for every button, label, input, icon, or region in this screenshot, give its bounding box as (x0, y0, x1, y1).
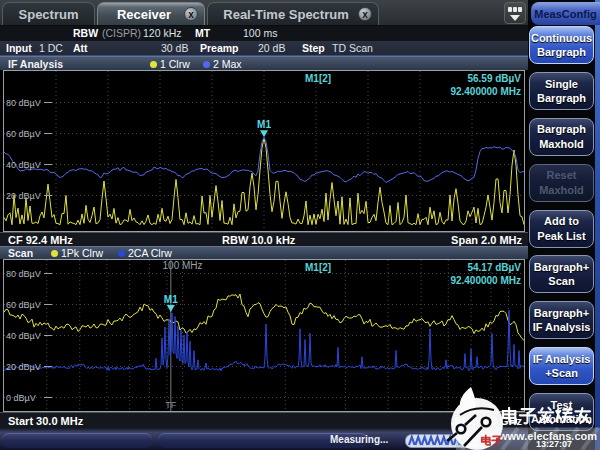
softkey-if-analysis-+scan[interactable]: IF Analysis+Scan (529, 347, 594, 385)
measuring-status: Measuring... (330, 434, 388, 445)
softkey-label: Continuous (531, 31, 592, 45)
softkey-test-automation[interactable]: TestAutomation (529, 393, 594, 431)
trace2-dot (203, 61, 210, 68)
rbw-label[interactable]: RBW (73, 27, 98, 39)
svg-text:M1: M1 (257, 119, 271, 130)
softkey-single-bargraph[interactable]: SingleBargraph (529, 72, 594, 110)
softkey-label: Add to (544, 214, 579, 228)
softkey-label: IF Analysis (533, 352, 591, 366)
softkey-label: Maxhold (539, 137, 584, 151)
svg-text:M1: M1 (164, 294, 178, 305)
preamp-value[interactable]: 20 dB (258, 42, 285, 54)
softkey-add-to-peak-list[interactable]: Add toPeak List (529, 210, 594, 248)
tab-spectrum[interactable]: Spectrum (2, 2, 95, 25)
step-value[interactable]: TD Scan (332, 42, 373, 54)
svg-text:0 dBµV: 0 dBµV (6, 393, 36, 403)
grid-cell-icon (513, 7, 517, 12)
rbw-value[interactable]: 120 kHz (143, 27, 182, 39)
softkey-label: Bargraph (537, 45, 586, 59)
instrument-screen: Spectrum Receiver x Real-Time Spectrum x… (0, 0, 600, 450)
tab-label: Spectrum (19, 7, 79, 22)
softkey-label: Maxhold (539, 183, 584, 197)
svg-text:92.400000 MHz: 92.400000 MHz (450, 275, 521, 286)
chevron-down-icon (510, 15, 520, 21)
softkey-label: Bargraph (537, 122, 586, 136)
softkey-continuous-bargraph[interactable]: ContinuousBargraph (529, 26, 594, 64)
softkey-label: Bargraph (537, 91, 586, 105)
softkey-reset-maxhold[interactable]: ResetMaxhold (529, 164, 594, 202)
softkey-label: Scan (548, 274, 574, 288)
tab-realtime-spectrum[interactable]: Real-Time Spectrum x (207, 2, 379, 25)
channel-tab-bar: Spectrum Receiver x Real-Time Spectrum x (0, 0, 528, 26)
softkey-bargraph-maxhold[interactable]: BargraphMaxhold (529, 118, 594, 156)
softkey-label: +Scan (545, 366, 578, 380)
softkey-menu: MeasConfig ContinuousBargraphSingleBargr… (528, 0, 600, 450)
tab-label: Receiver (117, 7, 171, 22)
svg-text:20 dBµV: 20 dBµV (6, 191, 41, 201)
window-title: Scan (8, 247, 33, 259)
status-segment[interactable] (2, 433, 152, 448)
input-label[interactable]: Input (6, 42, 32, 54)
rbw-readout[interactable]: RBW 10.0 kHz (222, 234, 295, 246)
svg-text:TF: TF (165, 400, 176, 410)
trace2-legend: 2 Max (213, 58, 242, 70)
trace1-dot (150, 61, 157, 68)
softkey-label: Bargraph+ (534, 306, 589, 320)
svg-text:80 dBµV: 80 dBµV (6, 269, 41, 279)
svg-text:40 dBµV: 40 dBµV (6, 160, 41, 170)
window-title: IF Analysis (8, 58, 63, 70)
svg-text:40 dBµV: 40 dBµV (6, 331, 41, 341)
trace2-dot (118, 250, 125, 257)
input-value[interactable]: 1 DC (39, 42, 63, 54)
rbw-filter: (CISPR) (102, 27, 141, 39)
trace2-legend: 2CA Clrw (128, 247, 172, 259)
svg-text:100 MHz: 100 MHz (163, 260, 203, 271)
close-tab-icon[interactable]: x (184, 7, 198, 21)
scan-titlebar[interactable]: Scan 1Pk Clrw 2CA Clrw (0, 246, 528, 259)
step-label[interactable]: Step (302, 42, 325, 54)
cf-readout[interactable]: CF 92.4 MHz (8, 234, 73, 246)
softkey-bargraph+-scan[interactable]: Bargraph+Scan (529, 255, 594, 293)
smartgrid-icon[interactable] (504, 2, 526, 24)
att-value[interactable]: 30 dB (161, 42, 188, 54)
svg-text:92.400000 MHz: 92.400000 MHz (450, 86, 521, 97)
start-readout[interactable]: Start 30.0 MHz (8, 415, 83, 427)
stop-readout[interactable]: Stop 1.0 GHz (454, 415, 522, 427)
svg-text:56.59 dBµV: 56.59 dBµV (467, 73, 521, 84)
if-analysis-titlebar[interactable]: IF Analysis 1 Clrw 2 Max (0, 56, 528, 70)
if-analysis-footer: CF 92.4 MHz RBW 10.0 kHz Span 2.0 MHz (0, 232, 528, 246)
mt-value[interactable]: 100 ms (243, 27, 277, 39)
svg-text:54.17 dBµV: 54.17 dBµV (467, 262, 521, 273)
scan-plot[interactable]: 100 MHzTF80 dBµV60 dBµV40 dBµV20 dBµV0 d… (0, 259, 528, 412)
softkey-bargraph+-if-analysis[interactable]: Bargraph+IF Analysis (529, 301, 594, 339)
svg-text:60 dBµV: 60 dBµV (6, 300, 41, 310)
settings-header: RBW (CISPR) 120 kHz MT 100 ms Input 1 DC… (0, 26, 528, 56)
svg-text:60 dBµV: 60 dBµV (6, 129, 41, 139)
softkey-label: Reset (547, 168, 577, 182)
scan-footer: Start 30.0 MHz Stop 1.0 GHz (0, 412, 528, 428)
softkey-label: Automation (531, 412, 592, 426)
trace1-legend: 1 Clrw (160, 58, 190, 70)
preamp-label[interactable]: Preamp (200, 42, 239, 54)
tab-label: Real-Time Spectrum (223, 7, 348, 22)
mt-label[interactable]: MT (195, 27, 210, 39)
close-tab-icon[interactable]: x (358, 7, 372, 21)
softkey-label: IF Analysis (533, 320, 591, 334)
settings-row-2: Input 1 DC Att 30 dB Preamp 20 dB Step T… (0, 41, 528, 56)
trace1-dot (51, 250, 58, 257)
softkey-label: Test (551, 398, 573, 412)
menu-title: MeasConfig (531, 2, 600, 25)
grid-cell-icon (518, 7, 522, 12)
svg-text:20 dBµV: 20 dBµV (6, 362, 41, 372)
softkey-label: Single (545, 77, 578, 91)
tab-receiver[interactable]: Receiver x (97, 2, 205, 25)
att-label[interactable]: Att (73, 42, 88, 54)
clock-readout: 13:27:07 (536, 439, 572, 449)
if-analysis-plot[interactable]: 80 dBµV60 dBµV40 dBµV20 dBµVM1M1[2]56.59… (0, 70, 528, 232)
grid-cell-icon (508, 7, 512, 12)
screen-edge (595, 0, 600, 450)
svg-text:M1[2]: M1[2] (305, 73, 331, 84)
span-readout[interactable]: Span 2.0 MHz (451, 234, 522, 246)
softkey-label: Peak List (537, 229, 585, 243)
svg-text:80 dBµV: 80 dBµV (6, 98, 41, 108)
